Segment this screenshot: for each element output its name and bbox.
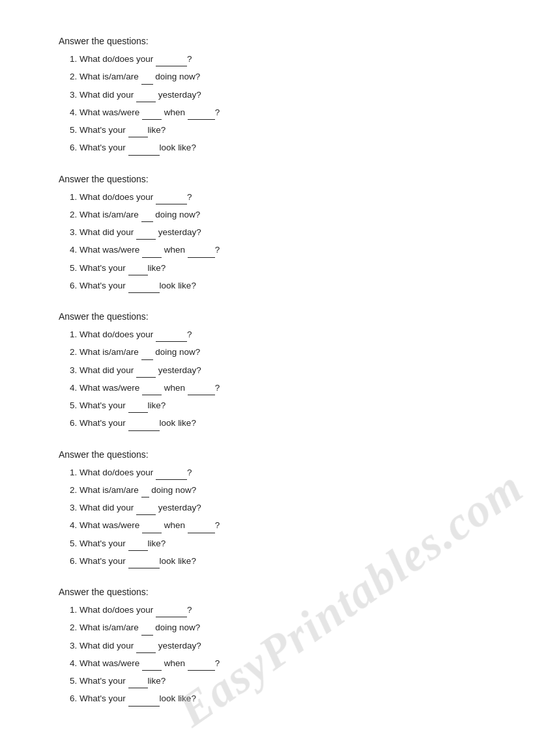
blank-underline [188,519,215,533]
section-4: Answer the questions:What do/does your ?… [59,449,476,569]
blank-underline [128,675,148,688]
blank-underline [141,346,153,359]
blank-underline [188,657,215,671]
question-4-3: What did your yesterday? [80,501,476,515]
question-1-5: What's your like? [80,124,476,137]
blank-underline [136,501,156,515]
question-2-2: What is/am/are doing now? [80,208,476,222]
blank-underline [156,53,187,66]
question-3-3: What did your yesterday? [80,364,476,378]
question-2-1: What do/does your ? [80,191,476,204]
blank-underline [188,382,215,395]
section-2: Answer the questions:What do/does your ?… [59,174,476,294]
question-2-4: What was/were when ? [80,244,476,257]
question-list-2: What do/does your ?What is/am/are doing … [59,191,476,294]
question-list-3: What do/does your ?What is/am/are doing … [59,328,476,431]
question-5-1: What do/does your ? [80,604,476,617]
blank-underline [156,328,187,342]
blank-underline [141,208,153,222]
question-3-6: What's your look like? [80,417,476,430]
section-heading-4: Answer the questions: [59,449,476,460]
question-list-1: What do/does your ?What is/am/are doing … [59,53,476,156]
question-3-4: What was/were when ? [80,382,476,395]
question-3-2: What is/am/are doing now? [80,346,476,359]
blank-underline [142,519,162,533]
question-1-6: What's your look like? [80,141,476,155]
question-2-3: What did your yesterday? [80,226,476,240]
blank-underline [141,484,149,497]
blank-underline [128,262,148,275]
question-5-5: What's your like? [80,675,476,688]
blank-underline [142,106,162,120]
blank-underline [128,537,148,551]
question-1-1: What do/does your ? [80,53,476,66]
question-1-3: What did your yesterday? [80,89,476,102]
question-4-1: What do/does your ? [80,466,476,480]
question-3-1: What do/does your ? [80,328,476,342]
sections-container: Answer the questions:What do/does your ?… [59,36,476,707]
question-1-4: What was/were when ? [80,106,476,120]
section-5: Answer the questions:What do/does your ?… [59,587,476,707]
section-heading-3: Answer the questions: [59,311,476,322]
question-5-3: What did your yesterday? [80,639,476,653]
blank-underline [142,382,162,395]
blank-underline [188,244,215,257]
question-5-2: What is/am/are doing now? [80,621,476,635]
question-4-5: What's your like? [80,537,476,551]
question-2-5: What's your like? [80,262,476,275]
blank-underline [128,555,160,568]
question-4-2: What is/am/are doing now? [80,484,476,497]
blank-underline [156,604,187,617]
blank-underline [128,692,160,706]
blank-underline [136,364,156,378]
blank-underline [136,226,156,240]
blank-underline [128,279,160,293]
question-1-2: What is/am/are doing now? [80,70,476,84]
question-2-6: What's your look like? [80,279,476,293]
blank-underline [188,106,215,120]
section-1: Answer the questions:What do/does your ?… [59,36,476,156]
question-5-6: What's your look like? [80,692,476,706]
blank-underline [128,399,148,413]
section-heading-2: Answer the questions: [59,174,476,184]
blank-underline [156,191,187,204]
blank-underline [142,244,162,257]
blank-underline [128,141,160,155]
blank-underline [141,621,153,635]
page-container: Answer the questions:What do/does your ?… [0,0,535,756]
question-4-6: What's your look like? [80,555,476,568]
blank-underline [128,417,160,430]
blank-underline [156,466,187,480]
question-list-4: What do/does your ?What is/am/are doing … [59,466,476,569]
section-heading-1: Answer the questions: [59,36,476,46]
section-3: Answer the questions:What do/does your ?… [59,311,476,431]
blank-underline [141,70,153,84]
blank-underline [142,657,162,671]
question-3-5: What's your like? [80,399,476,413]
question-4-4: What was/were when ? [80,519,476,533]
blank-underline [128,124,148,137]
question-list-5: What do/does your ?What is/am/are doing … [59,604,476,707]
question-5-4: What was/were when ? [80,657,476,671]
blank-underline [136,639,156,653]
blank-underline [136,89,156,102]
section-heading-5: Answer the questions: [59,587,476,597]
